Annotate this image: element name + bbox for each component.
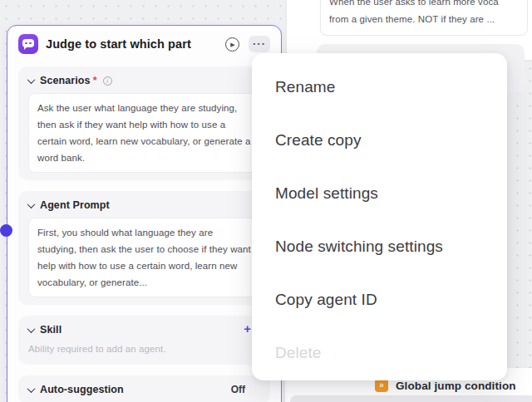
chevron-down-icon[interactable] (27, 325, 36, 333)
global-jump-condition-label: Global jump condition (396, 380, 516, 392)
chevron-down-icon[interactable] (27, 76, 36, 84)
menu-item-node-switching-settings[interactable]: Node switching settings (252, 220, 507, 273)
agent-card-header[interactable]: Judge to start which part ▶ ··· (18, 32, 270, 56)
scenarios-header[interactable]: Scenarios * i (28, 74, 260, 87)
agent-title: Judge to start which part (46, 37, 218, 51)
section-partial-bottom: Auto-suggestion Off (18, 375, 270, 402)
neighbor-scenario-line1: When the user asks to learn more voca (329, 0, 519, 11)
required-mark: * (93, 75, 97, 86)
agent-prompt-label: Agent Prompt (40, 199, 110, 211)
menu-item-copy-agent-id[interactable]: Copy agent ID (252, 273, 507, 326)
agent-prompt-textbox[interactable]: First, you should what language they are… (28, 218, 260, 297)
more-menu-button[interactable]: ··· (249, 36, 270, 52)
partial-section-header[interactable]: Auto-suggestion (28, 384, 124, 395)
neighbor-node-top[interactable]: When the user asks to learn more voca fr… (287, 0, 532, 60)
chevron-down-icon[interactable] (27, 200, 36, 208)
neighbor-scenario-line2: from a given theme. NOT if they are ... (329, 11, 519, 28)
bot-chat-icon (18, 34, 38, 54)
flow-canvas[interactable]: When the user asks to learn more voca fr… (0, 0, 532, 402)
menu-item-rename[interactable]: Rename (252, 61, 507, 114)
info-icon[interactable]: i (103, 76, 112, 86)
agent-prompt-header[interactable]: Agent Prompt (28, 199, 260, 212)
scenarios-textbox[interactable]: Ask the user what language they are stud… (28, 93, 260, 173)
node-context-menu: Rename Create copy Model settings Node s… (252, 53, 507, 380)
input-port[interactable] (0, 224, 12, 237)
scenarios-label: Scenarios (40, 75, 91, 86)
neighbor-scenario-textbox[interactable]: When the user asks to learn more voca fr… (320, 0, 528, 36)
menu-item-model-settings[interactable]: Model settings (252, 167, 507, 220)
add-skill-plus-icon[interactable]: + (244, 323, 251, 335)
global-jump-condition-body (290, 395, 532, 402)
section-agent-prompt: Agent Prompt First, you should what lang… (18, 191, 270, 305)
skill-placeholder: Ability required to add an agent. (28, 344, 260, 357)
global-jump-condition-header[interactable]: » Global jump condition (375, 379, 516, 392)
menu-item-create-copy[interactable]: Create copy (252, 114, 507, 167)
partial-section-value[interactable]: Off (231, 384, 245, 395)
skill-label: Skill (40, 324, 62, 336)
partial-section-label: Auto-suggestion (40, 384, 124, 395)
section-skill: Skill + Ability required to add an agent… (18, 316, 270, 365)
agent-node-card[interactable]: Judge to start which part ▶ ··· Scenario… (7, 25, 282, 402)
chevron-down-icon[interactable] (27, 385, 36, 393)
skill-header[interactable]: Skill (28, 323, 260, 336)
jump-condition-icon: » (375, 379, 388, 392)
menu-item-delete[interactable]: Delete (252, 326, 507, 380)
section-scenarios: Scenarios * i Ask the user what language… (18, 66, 270, 180)
test-run-icon[interactable]: ▶ (225, 37, 239, 51)
